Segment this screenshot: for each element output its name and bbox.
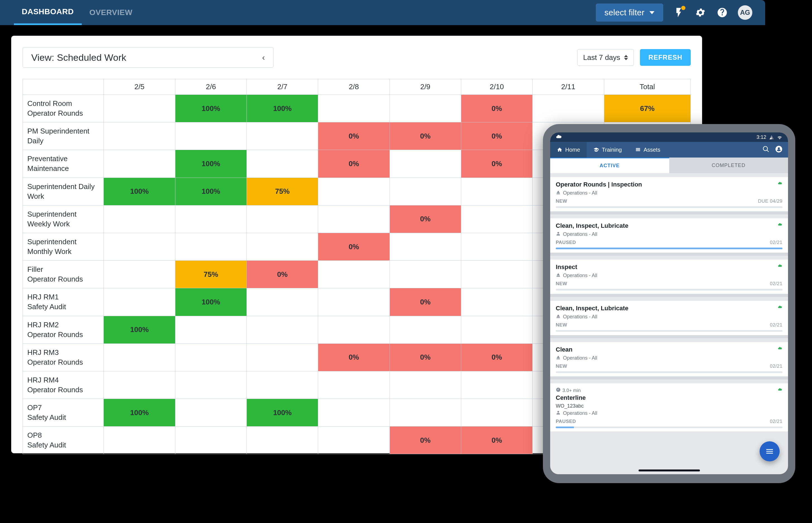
fab-menu-button[interactable] [760, 441, 780, 462]
metric-cell[interactable]: 0% [390, 427, 461, 454]
metric-cell[interactable] [104, 343, 175, 371]
task-card[interactable]: Clean, Inspect, Lubricate Operations - A… [550, 218, 788, 253]
metric-cell[interactable] [390, 399, 461, 427]
metric-cell[interactable]: 100% [247, 95, 318, 122]
metric-cell[interactable] [175, 205, 247, 233]
metric-cell[interactable] [247, 122, 318, 150]
metric-cell[interactable] [247, 371, 318, 399]
metric-cell[interactable] [533, 95, 604, 122]
nav-assets[interactable]: Assets [629, 142, 667, 158]
task-card[interactable]: Inspect Operations - All NEW02/21 [550, 259, 788, 294]
date-range-selector[interactable]: Last 7 days [577, 49, 634, 66]
metric-cell[interactable] [247, 288, 318, 316]
metric-cell[interactable] [318, 288, 390, 316]
metric-cell[interactable]: 100% [104, 316, 175, 343]
metric-cell[interactable] [104, 288, 175, 316]
metric-cell[interactable] [247, 233, 318, 260]
tab-overview[interactable]: OVERVIEW [82, 0, 140, 25]
search-icon[interactable] [762, 146, 770, 154]
metric-cell[interactable]: 100% [104, 399, 175, 427]
metric-cell[interactable]: 100% [104, 178, 175, 205]
metric-cell[interactable] [390, 233, 461, 260]
metric-cell[interactable]: 100% [175, 178, 247, 205]
metric-cell[interactable] [390, 178, 461, 205]
notifications-icon[interactable] [672, 6, 685, 19]
metric-cell[interactable]: 0% [461, 122, 532, 150]
tab-dashboard[interactable]: DASHBOARD [14, 0, 82, 25]
metric-cell[interactable]: 100% [175, 150, 247, 178]
metric-cell[interactable] [390, 95, 461, 122]
metric-cell[interactable] [247, 427, 318, 454]
help-icon[interactable] [716, 6, 728, 19]
metric-cell[interactable]: 0% [461, 427, 532, 454]
metric-cell[interactable] [104, 261, 175, 288]
metric-cell[interactable] [318, 371, 390, 399]
metric-cell[interactable] [461, 371, 532, 399]
metric-cell[interactable] [104, 205, 175, 233]
tab-completed[interactable]: COMPLETED [669, 158, 788, 173]
metric-cell[interactable] [390, 150, 461, 178]
metric-cell[interactable] [175, 233, 247, 260]
task-card[interactable]: Operator Rounds | Inspection Operations … [550, 177, 788, 212]
metric-cell[interactable]: 0% [390, 288, 461, 316]
metric-cell[interactable]: 75% [247, 178, 318, 205]
metric-cell[interactable] [390, 261, 461, 288]
metric-cell[interactable] [247, 343, 318, 371]
metric-cell[interactable] [318, 95, 390, 122]
metric-cell[interactable]: 0% [390, 122, 461, 150]
metric-cell[interactable] [104, 122, 175, 150]
metric-cell[interactable]: 0% [390, 205, 461, 233]
metric-cell[interactable] [461, 316, 532, 343]
metric-cell[interactable] [461, 178, 532, 205]
metric-cell[interactable] [247, 316, 318, 343]
metric-cell[interactable]: 0% [461, 95, 532, 122]
metric-cell[interactable] [390, 316, 461, 343]
metric-cell[interactable]: 75% [175, 261, 247, 288]
nav-home[interactable]: Home [550, 142, 587, 158]
metric-cell[interactable]: 0% [247, 261, 318, 288]
metric-cell[interactable] [318, 427, 390, 454]
user-avatar[interactable]: AG [738, 5, 752, 20]
task-card[interactable]: Clean, Inspect, Lubricate Operations - A… [550, 301, 788, 336]
metric-cell[interactable] [104, 95, 175, 122]
metric-cell[interactable] [461, 233, 532, 260]
metric-cell[interactable]: 100% [175, 288, 247, 316]
metric-cell[interactable] [175, 316, 247, 343]
metric-cell[interactable]: 0% [318, 233, 390, 260]
metric-cell[interactable] [461, 399, 532, 427]
metric-cell[interactable] [175, 343, 247, 371]
metric-cell[interactable] [318, 261, 390, 288]
metric-cell[interactable]: 0% [461, 343, 532, 371]
task-card[interactable]: 3.0+ minCenterlineWO_123abc Operations -… [550, 383, 788, 432]
settings-gear-icon[interactable] [694, 6, 707, 19]
metric-cell[interactable] [390, 371, 461, 399]
tab-active[interactable]: ACTIVE [550, 158, 669, 173]
filter-dropdown[interactable]: select filter [596, 4, 663, 21]
metric-cell[interactable]: 100% [247, 399, 318, 427]
metric-cell[interactable] [318, 178, 390, 205]
metric-cell[interactable] [247, 150, 318, 178]
metric-cell[interactable] [104, 233, 175, 260]
metric-cell[interactable] [104, 427, 175, 454]
metric-cell[interactable] [461, 288, 532, 316]
metric-cell[interactable] [318, 316, 390, 343]
metric-cell[interactable]: 0% [318, 122, 390, 150]
profile-icon[interactable] [775, 146, 782, 154]
metric-cell[interactable] [247, 205, 318, 233]
metric-cell[interactable] [104, 371, 175, 399]
metric-cell[interactable] [318, 205, 390, 233]
metric-cell[interactable] [461, 205, 532, 233]
metric-cell[interactable] [175, 427, 247, 454]
nav-training[interactable]: Training [587, 142, 629, 158]
metric-cell[interactable] [175, 122, 247, 150]
task-card[interactable]: Clean Operations - All NEW02/21 [550, 342, 788, 377]
refresh-button[interactable]: REFRESH [640, 49, 691, 66]
metric-cell[interactable]: 100% [175, 95, 247, 122]
metric-cell[interactable] [175, 371, 247, 399]
metric-cell[interactable]: 0% [461, 150, 532, 178]
view-selector[interactable]: View: Scheduled Work ‹ [23, 47, 273, 68]
metric-cell[interactable]: 0% [318, 150, 390, 178]
metric-cell[interactable]: 0% [318, 343, 390, 371]
metric-cell[interactable] [175, 399, 247, 427]
metric-cell[interactable] [461, 261, 532, 288]
